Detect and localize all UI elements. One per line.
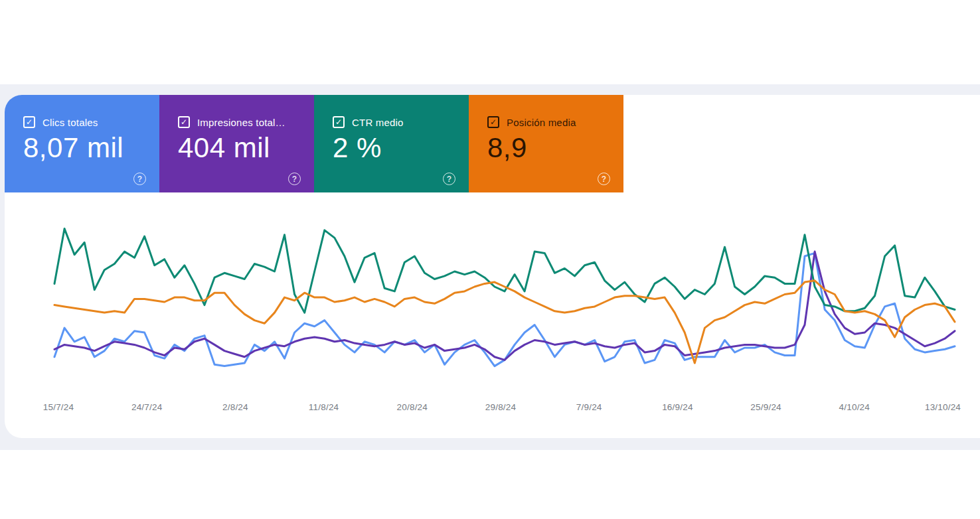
- checkbox-checked-icon[interactable]: ✓: [23, 116, 35, 128]
- card-label: Posición media: [507, 117, 576, 128]
- card-value: 8,9: [487, 134, 623, 162]
- card-value: 8,07 mil: [23, 134, 159, 162]
- metric-card-clicks[interactable]: ✓ Clics totales 8,07 mil ?: [5, 95, 159, 192]
- card-label: CTR medio: [352, 117, 404, 128]
- card-header: ✓ CTR medio: [333, 116, 469, 128]
- help-icon[interactable]: ?: [288, 173, 301, 185]
- x-axis-tick-label: 16/9/24: [647, 402, 707, 412]
- series-line-position: [54, 281, 955, 363]
- x-axis-tick-label: 25/9/24: [736, 402, 796, 412]
- x-axis-tick-label: 11/8/24: [294, 402, 354, 412]
- metric-cards-row: ✓ Clics totales 8,07 mil ? ✓ Impresiones…: [5, 95, 980, 192]
- x-axis-tick-label: 7/9/24: [559, 402, 619, 412]
- x-axis-tick-label: 15/7/24: [29, 402, 88, 412]
- metric-card-position[interactable]: ✓ Posición media 8,9 ?: [469, 95, 623, 192]
- x-axis-tick-label: 2/8/24: [205, 402, 265, 412]
- card-value: 404 mil: [178, 134, 314, 162]
- card-header: ✓ Posición media: [487, 116, 623, 128]
- card-value: 2 %: [333, 134, 469, 162]
- x-axis-tick-label: 13/10/24: [913, 402, 973, 412]
- x-axis-tick-label: 24/7/24: [117, 402, 177, 412]
- help-icon[interactable]: ?: [443, 173, 455, 185]
- checkbox-checked-icon[interactable]: ✓: [178, 116, 190, 128]
- card-label: Clics totales: [42, 117, 98, 128]
- help-icon[interactable]: ?: [133, 173, 146, 185]
- metric-card-impressions[interactable]: ✓ Impresiones total… 404 mil ?: [159, 95, 314, 192]
- card-header: ✓ Clics totales: [23, 116, 159, 128]
- x-axis-tick-label: 20/8/24: [382, 402, 442, 412]
- x-axis-tick-label: 4/10/24: [825, 402, 884, 412]
- checkbox-checked-icon[interactable]: ✓: [333, 116, 345, 128]
- help-icon[interactable]: ?: [598, 173, 610, 185]
- x-axis-tick-label: 29/8/24: [471, 402, 531, 412]
- checkbox-checked-icon[interactable]: ✓: [487, 116, 499, 128]
- performance-chart: [40, 219, 964, 385]
- card-header: ✓ Impresiones total…: [178, 116, 314, 128]
- metric-card-ctr[interactable]: ✓ CTR medio 2 % ?: [314, 95, 469, 192]
- x-axis-labels: 15/7/2424/7/242/8/2411/8/2420/8/2429/8/2…: [0, 402, 980, 415]
- card-label: Impresiones total…: [197, 117, 286, 128]
